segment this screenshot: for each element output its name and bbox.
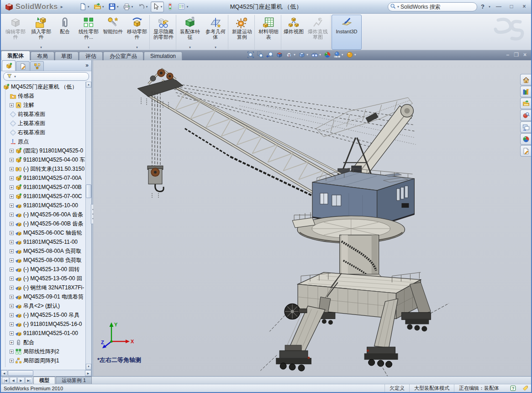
featuremanager-tab[interactable] xyxy=(2,60,16,71)
mate-button[interactable]: 配合 xyxy=(54,15,76,50)
open-button[interactable]: ▼ xyxy=(92,1,106,12)
graphics-viewport[interactable]: Y X Z *左右二等角轴测 xyxy=(93,60,531,376)
tree-item[interactable]: + (-) MQ4525-15-00 吊具 xyxy=(2,310,85,320)
expand-toggle-icon[interactable]: + xyxy=(10,213,14,217)
tree-item[interactable]: + 911801MQ4525-07-00C xyxy=(2,192,85,201)
quick-tips-help-icon[interactable] xyxy=(510,385,516,391)
tree-item[interactable]: + (-) 911801MQ4525-16-0 xyxy=(2,320,85,329)
expand-toggle-icon[interactable]: + xyxy=(10,313,14,317)
scrollbar-thumb[interactable] xyxy=(86,184,91,198)
new-motion-study-button[interactable]: 新建运动算例 xyxy=(229,15,255,50)
select-tool-button[interactable]: ▼ xyxy=(151,1,164,12)
insert-component-button[interactable]: 插入零部件 ▼ xyxy=(28,15,54,50)
dropdown-arrow-icon[interactable]: ▼ xyxy=(319,53,321,56)
tree-vertical-scrollbar[interactable]: ▲ ▼ xyxy=(85,82,91,370)
first-tab-button[interactable]: |◀ xyxy=(2,377,9,383)
tree-item-circular-pattern[interactable]: + 局部圆周阵列1 xyxy=(2,356,85,365)
dropdown-arrow-icon[interactable]: ▼ xyxy=(160,5,163,8)
tree-item-origin[interactable]: 原点 xyxy=(2,137,85,146)
tree-item[interactable]: + MQ4525-08-00A 负荷取 xyxy=(2,246,85,256)
section-view-button[interactable] xyxy=(275,51,284,59)
move-component-button[interactable]: 移动零部件 ▼ xyxy=(124,15,150,50)
expand-toggle-icon[interactable]: + xyxy=(10,103,14,107)
tag-icon[interactable] xyxy=(522,385,528,391)
dropdown-arrow-icon[interactable]: ▼ xyxy=(40,46,42,49)
tree-item[interactable]: + (-) MQ4525-13-00 回转 xyxy=(2,265,85,274)
expand-toggle-icon[interactable]: + xyxy=(10,222,14,226)
scroll-down-icon[interactable]: ▼ xyxy=(86,364,91,370)
expand-toggle-icon[interactable]: + xyxy=(10,331,14,335)
taskpane-file-explorer-tab[interactable] xyxy=(520,98,531,109)
taskpane-appearances-tab[interactable] xyxy=(520,133,531,145)
next-tab-button[interactable]: ▶ xyxy=(17,377,25,383)
dropdown-arrow-icon[interactable]: ▼ xyxy=(214,46,217,49)
display-settings-button[interactable]: ▼ xyxy=(176,1,190,12)
close-button[interactable]: × xyxy=(519,3,529,11)
linear-component-pattern-button[interactable]: 线性零部件... ▼ xyxy=(76,15,101,50)
tree-item-right-plane[interactable]: 右视基准面 xyxy=(2,128,85,137)
tree-item[interactable]: + 911801MQ4525-07-00B xyxy=(2,183,85,192)
edit-appearance-button[interactable] xyxy=(323,51,332,59)
expand-toggle-icon[interactable]: + xyxy=(10,295,14,299)
previous-view-button[interactable] xyxy=(266,51,274,59)
reference-geometry-button[interactable]: 参考几何体 ▼ xyxy=(203,15,228,50)
tree-item[interactable]: + (-) MQ4525-13-05-00 回 xyxy=(2,274,85,283)
model-tab[interactable]: 模型 xyxy=(33,377,55,384)
dropdown-arrow-icon[interactable]: ▼ xyxy=(293,53,296,56)
expand-toggle-icon[interactable]: + xyxy=(10,194,14,199)
bill-of-materials-button[interactable]: 材料明细表 xyxy=(256,15,281,50)
dropdown-arrow-icon[interactable]: ▼ xyxy=(189,46,191,49)
explode-line-sketch-button[interactable]: 爆炸直线草图 xyxy=(305,15,331,50)
app-logo[interactable]: SolidWorks ▸ xyxy=(3,2,65,11)
expand-toggle-icon[interactable]: + xyxy=(10,258,14,262)
expand-toggle-icon[interactable]: + xyxy=(10,322,14,326)
edit-component-button[interactable]: 编辑零部件 xyxy=(3,15,28,50)
tree-filter-box[interactable]: ▼ xyxy=(3,72,89,81)
taskpane-view-palette-tab[interactable] xyxy=(520,121,531,133)
help-dropdown-icon[interactable]: ▼ xyxy=(488,5,491,8)
tab-assembly[interactable]: 装配体 xyxy=(1,51,30,60)
zoom-to-area-button[interactable] xyxy=(256,51,264,59)
taskpane-design-library-tab[interactable] xyxy=(520,86,531,97)
tree-item[interactable]: + MQ4525-09-01 电缆卷筒 xyxy=(2,292,85,301)
tree-item[interactable]: + 吊具<2> (默认) xyxy=(2,301,85,310)
dropdown-arrow-icon[interactable]: ▼ xyxy=(131,5,134,8)
expand-toggle-icon[interactable]: + xyxy=(10,167,14,171)
dropdown-arrow-icon[interactable]: ▼ xyxy=(146,5,148,8)
tree-item[interactable]: + 911801MQ4525-01-00 xyxy=(2,329,85,338)
tree-item-top-plane[interactable]: 上视基准面 xyxy=(2,119,85,128)
dropdown-arrow-icon[interactable]: ▼ xyxy=(116,5,119,8)
tree-item[interactable]: + 911801MQ4525-04-00 车 xyxy=(2,155,85,164)
tree-item[interactable]: + (-) 回转支承(131.50.3150 xyxy=(2,164,85,173)
document-restore-button[interactable]: ❐ xyxy=(514,51,519,58)
panel-chevron-icon[interactable]: » xyxy=(85,62,89,68)
expand-toggle-icon[interactable]: + xyxy=(10,204,14,208)
expand-toggle-icon[interactable]: + xyxy=(10,240,14,244)
apply-scene-button[interactable]: ▼ xyxy=(333,51,344,59)
hide-show-items-button[interactable]: ▼ xyxy=(311,51,322,59)
tree-item[interactable]: + 911801MQ4525-07-00A xyxy=(2,173,85,183)
expand-toggle-icon[interactable]: + xyxy=(10,286,14,290)
document-minimize-button[interactable]: – xyxy=(506,51,510,58)
dropdown-arrow-icon[interactable]: ▼ xyxy=(186,5,189,8)
tree-horizontal-scrollbar[interactable]: ◀ ▶ xyxy=(1,370,91,376)
search-dropdown-icon[interactable]: ▼ xyxy=(397,5,400,8)
taskpane-custom-properties-tab[interactable] xyxy=(520,145,531,157)
tree-item-front-plane[interactable]: 前视基准面 xyxy=(2,110,85,119)
expand-toggle-icon[interactable]: + xyxy=(10,149,14,153)
zoom-to-fit-button[interactable] xyxy=(247,51,255,59)
help-button[interactable]: ? xyxy=(480,3,485,10)
expand-toggle-icon[interactable]: + xyxy=(10,158,14,162)
filter-dropdown-icon[interactable]: ▼ xyxy=(14,75,16,78)
tab-sketch[interactable]: 草图 xyxy=(55,52,79,60)
expand-toggle-icon[interactable]: + xyxy=(10,277,14,281)
assembly-features-button[interactable]: 装配体特征 ▼ xyxy=(177,15,203,50)
configurationmanager-tab[interactable] xyxy=(30,61,44,71)
tree-item[interactable]: + 911801MQ4525-11-00 xyxy=(2,237,85,246)
tree-item-linear-pattern[interactable]: + 局部线性阵列2 xyxy=(2,347,85,356)
minimize-button[interactable]: — xyxy=(494,3,504,11)
tree-item[interactable]: + MQ4525-08-00B 负荷取 xyxy=(2,256,85,265)
expand-toggle-icon[interactable]: + xyxy=(10,341,14,345)
display-style-button[interactable]: ▼ xyxy=(298,51,309,59)
tree-item-mates[interactable]: + 配合 xyxy=(2,338,85,347)
